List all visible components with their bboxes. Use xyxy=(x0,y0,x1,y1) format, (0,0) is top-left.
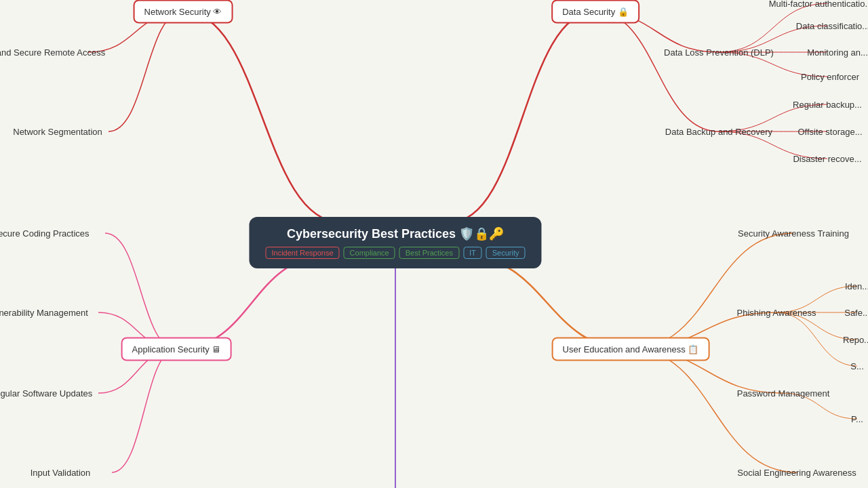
node-social-engineering: Social Engineering Awareness xyxy=(737,468,856,478)
node-password-mgmt: Password Management xyxy=(737,388,830,399)
node-box-user-education: User Education and Awareness 📋 xyxy=(552,338,710,361)
node-user-education: User Education and Awareness 📋 xyxy=(552,338,710,361)
tag-compliance: Compliance xyxy=(344,247,395,259)
center-tags: Incident Response Compliance Best Practi… xyxy=(265,247,525,259)
node-regular-backup: Regular backup... xyxy=(793,100,862,110)
center-node: Cybersecurity Best Practices 🛡️🔒🔑 Incide… xyxy=(249,217,541,268)
tag-security: Security xyxy=(486,247,526,259)
node-disaster-recovery: Disaster recove... xyxy=(793,154,861,164)
center-title: Cybersecurity Best Practices 🛡️🔒🔑 xyxy=(265,226,525,241)
node-offsite-storage: Offsite storage... xyxy=(797,127,862,137)
node-secure-remote-access: and Secure Remote Access xyxy=(0,47,105,58)
node-data-classification: Data classificatio... xyxy=(796,21,868,31)
node-identify: Iden... xyxy=(845,281,868,291)
tag-incident: Incident Response xyxy=(265,247,339,259)
node-network-security: Network Security 👁 xyxy=(134,0,233,24)
tag-it: IT xyxy=(463,247,482,259)
node-safe: Safe... xyxy=(844,308,868,318)
node-monitoring: Monitoring an... xyxy=(807,47,868,58)
node-phishing-awareness: Phishing Awareness xyxy=(737,308,816,318)
node-s: S... xyxy=(850,361,864,371)
node-vulnerability-mgmt: Vulnerability Management xyxy=(0,308,88,318)
node-box-application-security: Application Security 🖥 xyxy=(121,338,232,361)
node-policy-enforcer: Policy enforcer xyxy=(801,72,859,82)
node-data-security: Data Security 🔒 xyxy=(551,0,639,24)
node-input-validation: Input Validation xyxy=(31,468,91,478)
node-data-backup: Data Backup and Recovery xyxy=(665,127,772,137)
node-application-security: Application Security 🖥 xyxy=(121,338,232,361)
node-box-data-security: Data Security 🔒 xyxy=(551,0,639,24)
node-mfa: Multi-factor authenticatio... xyxy=(769,0,868,9)
node-p: P... xyxy=(851,414,863,424)
node-box-network-security: Network Security 👁 xyxy=(134,0,233,24)
node-report: Repo... xyxy=(843,335,868,345)
node-security-awareness: Security Awareness Training xyxy=(738,228,849,239)
node-software-updates: Regular Software Updates xyxy=(0,388,92,399)
node-secure-coding: Secure Coding Practices xyxy=(0,228,90,239)
node-network-segmentation: Network Segmentation xyxy=(13,127,102,137)
tag-bestpractices: Best Practices xyxy=(399,247,459,259)
node-dlp: Data Loss Prevention (DLP) xyxy=(664,47,774,58)
